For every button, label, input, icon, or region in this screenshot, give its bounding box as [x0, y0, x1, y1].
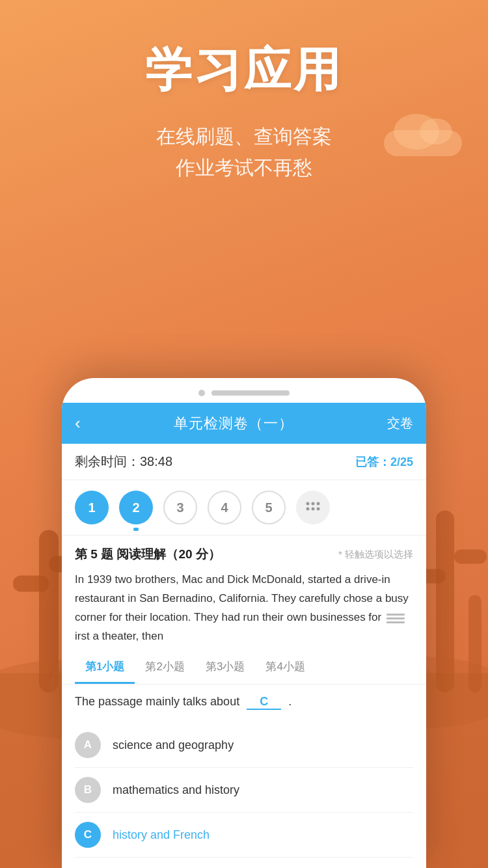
answered-count: 2: [390, 455, 397, 468]
nav-header: ‹ 单元检测卷（一） 交卷: [62, 403, 426, 444]
touch-hint: * 轻触选项以选择: [338, 549, 413, 561]
option-a-circle: A: [75, 732, 101, 758]
app-subtitle: 在线刷题、查询答案 作业考试不再愁: [0, 121, 488, 183]
notch-bar: [211, 390, 290, 396]
back-button[interactable]: ‹: [75, 413, 81, 433]
question-num-1[interactable]: 1: [75, 491, 109, 524]
timer-value: 38:48: [140, 454, 172, 468]
question-title: 第 5 题 阅读理解（20 分）: [75, 546, 221, 563]
question-title-row: 第 5 题 阅读理解（20 分） * 轻触选项以选择: [75, 546, 413, 563]
option-b-row[interactable]: B mathematics and history: [75, 768, 413, 813]
sub-tab-2[interactable]: 第2小题: [135, 651, 195, 684]
app-title: 学习应用: [0, 39, 488, 102]
answered-display: 已答：2/25: [355, 454, 413, 470]
svg-point-13: [317, 502, 320, 506]
option-c-row[interactable]: C history and French: [75, 813, 413, 858]
phone-mockup: ‹ 单元检测卷（一） 交卷 剩余时间：38:48 已答：2/25 1 2 3 4…: [62, 378, 426, 868]
subtitle-line1: 在线刷题、查询答案: [0, 121, 488, 152]
option-a-row[interactable]: A science and geography: [75, 723, 413, 768]
option-c-text: history and French: [113, 828, 210, 842]
answer-prompt: The passage mainly talks about C .: [75, 695, 413, 710]
passage-text: In 1939 two brothers, Mac and Dick McDon…: [75, 573, 409, 642]
svg-point-15: [312, 508, 315, 511]
status-dot: [198, 390, 205, 396]
answer-section: The passage mainly talks about C . A sci…: [62, 685, 426, 868]
svg-point-12: [312, 502, 315, 506]
svg-point-14: [306, 508, 310, 511]
option-c-circle: C: [75, 822, 101, 848]
submit-button[interactable]: 交卷: [387, 414, 413, 432]
question-section: 第 5 题 阅读理解（20 分） * 轻触选项以选择 In 1939 two b…: [62, 536, 426, 651]
sub-tab-3[interactable]: 第3小题: [195, 651, 255, 684]
question-num-4[interactable]: 4: [208, 491, 241, 524]
question-num-2[interactable]: 2: [119, 491, 153, 524]
question-num-more[interactable]: [296, 491, 330, 524]
timer-row: 剩余时间：38:48 已答：2/25: [62, 444, 426, 480]
answered-total: /25: [397, 455, 413, 468]
question-num-5[interactable]: 5: [252, 491, 286, 524]
sub-tabs: 第1小题 第2小题 第3小题 第4小题: [62, 651, 426, 685]
phone-container: ‹ 单元检测卷（一） 交卷 剩余时间：38:48 已答：2/25 1 2 3 4…: [62, 378, 426, 868]
question-num-3[interactable]: 3: [163, 491, 197, 524]
option-a-text: science and geography: [113, 739, 234, 752]
nav-title: 单元检测卷（一）: [174, 414, 293, 433]
answer-blank: C: [247, 695, 281, 710]
option-b-text: mathematics and history: [113, 783, 239, 797]
option-b-circle: B: [75, 777, 101, 803]
timer-label: 剩余时间：: [75, 454, 140, 468]
answered-label: 已答：: [355, 455, 390, 468]
app-header-area: 学习应用 在线刷题、查询答案 作业考试不再愁: [0, 0, 488, 183]
sub-tab-1[interactable]: 第1小题: [75, 651, 135, 684]
timer-display: 剩余时间：38:48: [75, 453, 172, 470]
phone-top-bar: [62, 378, 426, 403]
sub-tab-4[interactable]: 第4小题: [255, 651, 315, 684]
svg-point-16: [317, 508, 320, 511]
svg-point-11: [306, 502, 310, 506]
reading-passage: In 1939 two brothers, Mac and Dick McDon…: [75, 571, 413, 646]
subtitle-line2: 作业考试不再愁: [0, 152, 488, 183]
question-numbers-row: 1 2 3 4 5: [62, 480, 426, 536]
